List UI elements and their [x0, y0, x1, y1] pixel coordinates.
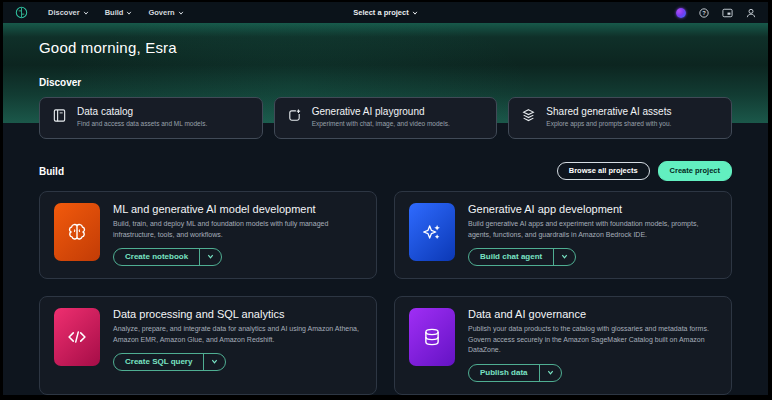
svg-text:?: ? — [702, 10, 706, 16]
nav-menu-govern[interactable]: Govern — [148, 8, 183, 17]
chevron-down-icon — [207, 253, 214, 260]
publish-data-button[interactable]: Publish data — [469, 365, 539, 381]
build-chat-agent-split-button: Build chat agent — [468, 248, 576, 266]
page-title-greeting: Good morning, Esra — [39, 39, 732, 56]
nav-menu-govern-label: Govern — [148, 8, 174, 17]
card-shared-generative-ai-assets[interactable]: Shared generative AI assets Explore apps… — [508, 97, 732, 139]
card-title: Data processing and SQL analytics — [113, 308, 362, 320]
create-notebook-split-button: Create notebook — [113, 248, 222, 266]
build-section-label: Build — [39, 166, 64, 177]
card-description: Analyze, prepare, and integrate data for… — [113, 324, 362, 345]
nav-menu-discover-label: Discover — [48, 8, 80, 17]
amazon-q-icon[interactable] — [676, 8, 686, 18]
card-description: Explore apps and prompts shared with you… — [546, 120, 671, 127]
chevron-down-icon — [211, 358, 218, 365]
playground-icon — [287, 108, 302, 123]
build-cards-grid: ML and generative AI model development B… — [39, 191, 732, 395]
card-title: ML and generative AI model development — [113, 203, 362, 215]
chevron-down-icon — [126, 10, 132, 16]
user-profile-icon[interactable] — [746, 8, 756, 18]
brain-icon — [54, 203, 100, 261]
card-generative-ai-playground[interactable]: Generative AI playground Experiment with… — [274, 97, 498, 139]
create-project-button[interactable]: Create project — [658, 161, 732, 181]
create-notebook-button[interactable]: Create notebook — [114, 249, 199, 265]
card-description: Find and access data assets and ML model… — [77, 120, 207, 127]
card-title: Generative AI playground — [312, 106, 450, 117]
card-description: Build, train, and deploy ML and foundati… — [113, 219, 362, 240]
project-selector-label: Select a project — [353, 8, 408, 17]
publish-data-split-button: Publish data — [468, 364, 562, 382]
discover-cards-row: Data catalog Find and access data assets… — [39, 97, 732, 139]
publish-data-dropdown-button[interactable] — [539, 365, 561, 381]
card-title: Data catalog — [77, 106, 207, 117]
card-generative-ai-app-development: Generative AI app development Build gene… — [394, 191, 732, 279]
nav-menu-discover[interactable]: Discover — [48, 8, 89, 17]
card-title: Shared generative AI assets — [546, 106, 671, 117]
chevron-down-icon — [547, 369, 554, 376]
create-notebook-dropdown-button[interactable] — [199, 249, 221, 265]
card-title: Generative AI app development — [468, 203, 717, 215]
build-chat-agent-button[interactable]: Build chat agent — [469, 249, 553, 265]
card-description: Experiment with chat, image, and video m… — [312, 120, 450, 127]
layers-icon — [521, 108, 536, 123]
chevron-down-icon — [83, 10, 89, 16]
chevron-down-icon — [412, 10, 418, 16]
card-data-catalog[interactable]: Data catalog Find and access data assets… — [39, 97, 263, 139]
nav-menu-build-label: Build — [105, 8, 124, 17]
sagemaker-studio-logo-icon[interactable] — [15, 6, 28, 19]
create-sql-query-button[interactable]: Create SQL query — [114, 354, 203, 370]
database-icon — [409, 308, 455, 366]
card-data-ai-governance: Data and AI governance Publish your data… — [394, 296, 732, 395]
feedback-icon[interactable] — [722, 8, 733, 18]
browse-all-projects-button[interactable]: Browse all projects — [557, 162, 650, 180]
code-icon — [54, 308, 100, 366]
nav-menu-build[interactable]: Build — [105, 8, 133, 17]
chevron-down-icon — [178, 10, 184, 16]
build-chat-agent-dropdown-button[interactable] — [553, 249, 575, 265]
app-window: Discover Build Govern Select a project — [3, 2, 768, 395]
catalog-icon — [52, 108, 67, 123]
card-title: Data and AI governance — [468, 308, 717, 320]
discover-section-label: Discover — [39, 77, 732, 88]
create-sql-query-dropdown-button[interactable] — [203, 354, 225, 370]
create-sql-query-split-button: Create SQL query — [113, 353, 226, 371]
chevron-down-icon — [561, 253, 568, 260]
card-ml-model-development: ML and generative AI model development B… — [39, 191, 377, 279]
card-data-processing-sql-analytics: Data processing and SQL analytics Analyz… — [39, 296, 377, 395]
card-description: Publish your data products to the catalo… — [468, 324, 717, 356]
card-description: Build generative AI apps and experiment … — [468, 219, 717, 240]
top-navigation-bar: Discover Build Govern Select a project — [3, 2, 768, 23]
project-selector-dropdown[interactable]: Select a project — [353, 8, 417, 17]
build-section-header: Build Browse all projects Create project — [39, 161, 732, 181]
sparkles-icon — [409, 203, 455, 261]
help-icon[interactable]: ? — [699, 8, 709, 18]
